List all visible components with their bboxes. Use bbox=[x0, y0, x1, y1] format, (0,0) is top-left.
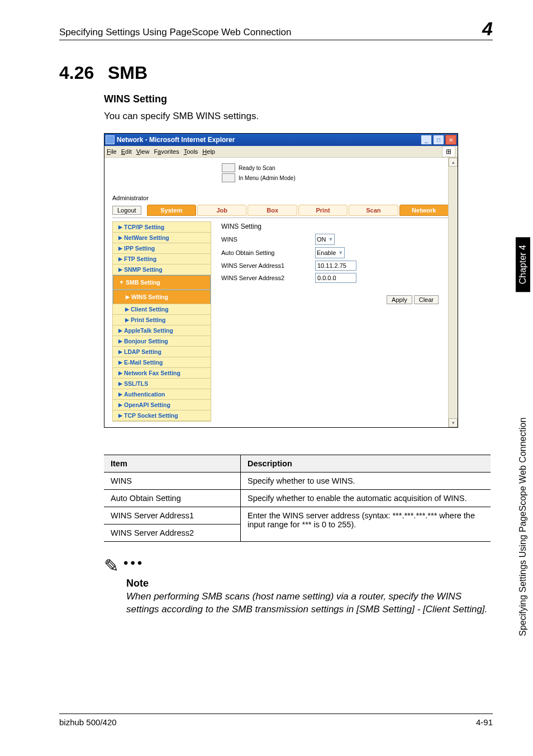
sidebar-item-ldap[interactable]: ▶LDAP Setting bbox=[113, 347, 211, 357]
field-addr2: WINS Server Address2 bbox=[221, 273, 444, 283]
field-auto-obtain: Auto Obtain Setting Enable▼ bbox=[221, 247, 444, 258]
note-text: When performing SMB scans (host name set… bbox=[126, 590, 491, 616]
window-titlebar: Network - Microsoft Internet Explorer _ … bbox=[104, 134, 458, 146]
auto-obtain-select[interactable]: Enable▼ bbox=[315, 247, 345, 258]
scroll-up-icon[interactable]: ▴ bbox=[449, 158, 458, 167]
subsection-heading: WINS Setting bbox=[104, 93, 493, 105]
auto-obtain-label: Auto Obtain Setting bbox=[221, 249, 315, 256]
sidebar-item-networkfax[interactable]: ▶Network Fax Setting bbox=[113, 368, 211, 379]
tab-system[interactable]: System bbox=[147, 205, 196, 216]
page-footer: bizhub 500/420 4-91 bbox=[59, 714, 493, 727]
sidebar-item-tcpip[interactable]: ▶TCP/IP Setting bbox=[113, 222, 211, 233]
panel-heading: WINS Setting bbox=[221, 223, 444, 230]
note-block: ✎••• Note When performing SMB scans (hos… bbox=[104, 555, 491, 616]
footer-model: bizhub 500/420 bbox=[59, 717, 117, 727]
clear-button[interactable]: Clear bbox=[414, 295, 439, 304]
menu-edit[interactable]: Edit bbox=[121, 148, 132, 155]
wins-select[interactable]: ON▼ bbox=[315, 234, 335, 245]
triangle-icon: ▶ bbox=[118, 391, 122, 397]
sidebar-item-snmp[interactable]: ▶SNMP Setting bbox=[113, 264, 211, 275]
th-item: Item bbox=[104, 455, 241, 472]
menu-view[interactable]: View bbox=[136, 148, 150, 155]
cell-desc: Specify whether to enable the automatic … bbox=[241, 490, 491, 507]
triangle-icon: ▶ bbox=[118, 381, 122, 386]
side-thumb-tab: Chapter 4 Specifying Settings Using Page… bbox=[513, 237, 533, 636]
triangle-icon: ▶ bbox=[118, 328, 122, 333]
tab-divider bbox=[112, 218, 450, 218]
tab-box[interactable]: Box bbox=[248, 205, 297, 216]
tab-job[interactable]: Job bbox=[197, 205, 246, 216]
section-number: 4.26 bbox=[59, 63, 103, 83]
sidebar-item-auth[interactable]: ▶Authentication bbox=[113, 389, 211, 400]
triangle-icon: ▶ bbox=[118, 235, 122, 240]
cell-desc: Specify whether to use WINS. bbox=[241, 472, 491, 490]
field-addr1: WINS Server Address1 bbox=[221, 261, 444, 271]
sidebar-item-ftp[interactable]: ▶FTP Setting bbox=[113, 254, 211, 264]
status-menu: In Menu (Admin Mode) bbox=[239, 175, 296, 181]
section-heading: 4.26 SMB bbox=[59, 63, 493, 83]
tab-print[interactable]: Print bbox=[298, 205, 348, 216]
sidebar-item-print[interactable]: ▶Print Setting bbox=[113, 315, 211, 325]
page-body: ▴ ▾ Ready to Scan In Menu (Admin Mode) A… bbox=[104, 158, 458, 427]
wins-label: WINS bbox=[221, 236, 315, 243]
menu-favorites[interactable]: Favorites bbox=[154, 148, 179, 155]
windows-flag-icon: ⊞ bbox=[442, 146, 455, 157]
section-title: SMB bbox=[108, 63, 147, 83]
triangle-icon: ▶ bbox=[118, 245, 122, 251]
triangle-icon: ▶ bbox=[126, 294, 130, 300]
addr2-input[interactable] bbox=[315, 273, 356, 283]
description-table: Item Description WINS Specify whether to… bbox=[104, 455, 491, 542]
device-status: Ready to Scan In Menu (Admin Mode) bbox=[222, 163, 450, 182]
sidebar-item-smb[interactable]: ▼SMB Setting bbox=[113, 275, 211, 290]
footer-page: 4-91 bbox=[476, 717, 493, 727]
table-row: WINS Specify whether to use WINS. bbox=[104, 472, 491, 490]
triangle-icon: ▶ bbox=[118, 256, 122, 262]
logout-button[interactable]: Logout bbox=[112, 206, 141, 215]
vertical-scrollbar[interactable]: ▴ ▾ bbox=[448, 158, 458, 427]
tab-strip: System Job Box Print Scan Network bbox=[147, 205, 450, 216]
ie-icon bbox=[106, 135, 115, 144]
cell-item: WINS Server Address1 bbox=[104, 507, 241, 525]
table-header-row: Item Description bbox=[104, 455, 491, 472]
button-row: Apply Clear bbox=[221, 295, 444, 304]
triangle-icon: ▶ bbox=[118, 402, 122, 408]
table-row: WINS Server Address1 Enter the WINS serv… bbox=[104, 507, 491, 525]
browser-menubar: File Edit View Favorites Tools Help ⊞ bbox=[104, 146, 458, 158]
addr1-input[interactable] bbox=[315, 261, 356, 271]
side-tab-chapter: Chapter 4 bbox=[516, 237, 530, 292]
cell-item: WINS bbox=[104, 472, 241, 490]
triangle-down-icon: ▼ bbox=[119, 280, 124, 285]
triangle-icon: ▶ bbox=[118, 349, 122, 355]
menu-file[interactable]: File bbox=[107, 148, 117, 155]
sidebar-item-client[interactable]: ▶Client Setting bbox=[113, 304, 211, 315]
side-menu: ▶TCP/IP Setting ▶NetWare Setting ▶IPP Se… bbox=[112, 221, 211, 422]
dots-icon: ••• bbox=[123, 555, 144, 570]
sidebar-item-email[interactable]: ▶E-Mail Setting bbox=[113, 357, 211, 368]
printer-icon bbox=[222, 173, 235, 182]
close-button[interactable]: ✕ bbox=[445, 135, 456, 145]
minimize-button[interactable]: _ bbox=[421, 135, 432, 145]
tab-network[interactable]: Network bbox=[399, 205, 449, 216]
sidebar-item-wins[interactable]: ▶WINS Setting bbox=[113, 290, 211, 304]
sidebar-item-ipp[interactable]: ▶IPP Setting bbox=[113, 243, 211, 254]
scroll-down-icon[interactable]: ▾ bbox=[449, 418, 458, 427]
triangle-icon: ▶ bbox=[118, 360, 122, 365]
sidebar-item-appletalk[interactable]: ▶AppleTalk Setting bbox=[113, 325, 211, 336]
top-row: Logout System Job Box Print Scan Network bbox=[112, 205, 450, 216]
sidebar-item-ssltls[interactable]: ▶SSL/TLS bbox=[113, 379, 211, 389]
window-title: Network - Microsoft Internet Explorer bbox=[117, 136, 420, 144]
maximize-button[interactable]: □ bbox=[433, 135, 444, 145]
menu-tools[interactable]: Tools bbox=[184, 148, 198, 155]
running-header: Specifying Settings Using PageScope Web … bbox=[59, 19, 493, 40]
sidebar-item-netware[interactable]: ▶NetWare Setting bbox=[113, 233, 211, 243]
sidebar-item-openapi[interactable]: ▶OpenAPI Setting bbox=[113, 400, 211, 410]
sidebar-item-bonjour[interactable]: ▶Bonjour Setting bbox=[113, 336, 211, 347]
apply-button[interactable]: Apply bbox=[387, 295, 412, 304]
chevron-down-icon: ▼ bbox=[329, 237, 334, 242]
table-row: Auto Obtain Setting Specify whether to e… bbox=[104, 490, 491, 507]
intro-text: You can specify SMB WINS settings. bbox=[104, 111, 493, 122]
cell-item: WINS Server Address2 bbox=[104, 525, 241, 542]
tab-scan[interactable]: Scan bbox=[349, 205, 398, 216]
menu-help[interactable]: Help bbox=[202, 148, 215, 155]
sidebar-item-tcpsocket[interactable]: ▶TCP Socket Setting bbox=[113, 410, 211, 421]
